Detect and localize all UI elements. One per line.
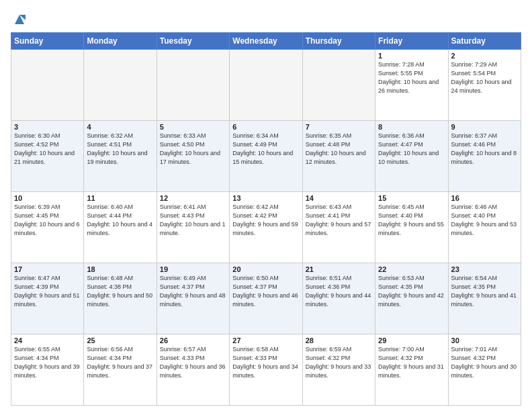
day-number: 20 <box>232 265 299 273</box>
calendar-week-row: 10Sunrise: 6:39 AM Sunset: 4:45 PM Dayli… <box>11 192 521 263</box>
day-number: 21 <box>306 265 372 273</box>
day-number: 14 <box>306 194 372 202</box>
calendar-cell: 7Sunrise: 6:35 AM Sunset: 4:48 PM Daylig… <box>302 121 375 192</box>
calendar-cell <box>11 50 84 121</box>
weekday-header: Wednesday <box>230 33 302 50</box>
page: SundayMondayTuesdayWednesdayThursdayFrid… <box>0 0 532 411</box>
day-number: 16 <box>451 194 518 202</box>
calendar-cell: 26Sunrise: 6:57 AM Sunset: 4:33 PM Dayli… <box>157 334 229 406</box>
calendar-cell: 20Sunrise: 6:50 AM Sunset: 4:37 PM Dayli… <box>230 263 302 334</box>
calendar-cell: 6Sunrise: 6:34 AM Sunset: 4:49 PM Daylig… <box>230 121 302 192</box>
calendar-cell: 29Sunrise: 7:00 AM Sunset: 4:32 PM Dayli… <box>375 334 448 406</box>
day-info: Sunrise: 6:59 AM Sunset: 4:32 PM Dayligh… <box>306 345 372 380</box>
logo <box>11 13 27 28</box>
day-number: 18 <box>87 265 153 273</box>
calendar-cell: 18Sunrise: 6:48 AM Sunset: 4:38 PM Dayli… <box>84 263 157 334</box>
day-number: 5 <box>160 123 226 131</box>
calendar-cell: 27Sunrise: 6:58 AM Sunset: 4:33 PM Dayli… <box>230 334 302 406</box>
day-info: Sunrise: 7:28 AM Sunset: 5:55 PM Dayligh… <box>378 60 445 95</box>
day-number: 12 <box>160 194 226 202</box>
calendar-cell: 25Sunrise: 6:56 AM Sunset: 4:34 PM Dayli… <box>84 334 157 406</box>
day-info: Sunrise: 6:54 AM Sunset: 4:35 PM Dayligh… <box>451 274 518 309</box>
day-number: 3 <box>14 123 81 131</box>
calendar-cell: 2Sunrise: 7:29 AM Sunset: 5:54 PM Daylig… <box>448 50 521 121</box>
day-number: 15 <box>378 194 445 202</box>
day-info: Sunrise: 6:42 AM Sunset: 4:42 PM Dayligh… <box>232 203 299 238</box>
calendar-week-row: 1Sunrise: 7:28 AM Sunset: 5:55 PM Daylig… <box>11 50 521 121</box>
day-number: 19 <box>160 265 226 273</box>
weekday-header: Friday <box>375 33 448 50</box>
calendar-cell: 30Sunrise: 7:01 AM Sunset: 4:32 PM Dayli… <box>448 334 521 406</box>
calendar-cell: 10Sunrise: 6:39 AM Sunset: 4:45 PM Dayli… <box>11 192 84 263</box>
day-info: Sunrise: 6:39 AM Sunset: 4:45 PM Dayligh… <box>14 203 81 238</box>
calendar-cell: 9Sunrise: 6:37 AM Sunset: 4:46 PM Daylig… <box>448 121 521 192</box>
day-number: 4 <box>87 123 153 131</box>
calendar-cell: 15Sunrise: 6:45 AM Sunset: 4:40 PM Dayli… <box>375 192 448 263</box>
day-number: 6 <box>232 123 299 131</box>
day-info: Sunrise: 6:30 AM Sunset: 4:52 PM Dayligh… <box>14 132 81 167</box>
day-number: 10 <box>14 194 81 202</box>
day-info: Sunrise: 6:57 AM Sunset: 4:33 PM Dayligh… <box>160 345 226 380</box>
day-number: 11 <box>87 194 153 202</box>
day-number: 24 <box>14 336 81 345</box>
calendar-cell: 23Sunrise: 6:54 AM Sunset: 4:35 PM Dayli… <box>448 263 521 334</box>
calendar-cell: 19Sunrise: 6:49 AM Sunset: 4:37 PM Dayli… <box>157 263 229 334</box>
calendar-cell <box>84 50 157 121</box>
day-info: Sunrise: 6:51 AM Sunset: 4:36 PM Dayligh… <box>306 274 372 309</box>
calendar-week-row: 24Sunrise: 6:55 AM Sunset: 4:34 PM Dayli… <box>11 334 521 406</box>
day-info: Sunrise: 7:29 AM Sunset: 5:54 PM Dayligh… <box>451 60 518 95</box>
day-info: Sunrise: 6:32 AM Sunset: 4:51 PM Dayligh… <box>87 132 153 167</box>
calendar-cell: 4Sunrise: 6:32 AM Sunset: 4:51 PM Daylig… <box>84 121 157 192</box>
calendar-cell: 22Sunrise: 6:53 AM Sunset: 4:35 PM Dayli… <box>375 263 448 334</box>
calendar-cell: 11Sunrise: 6:40 AM Sunset: 4:44 PM Dayli… <box>84 192 157 263</box>
calendar-week-row: 3Sunrise: 6:30 AM Sunset: 4:52 PM Daylig… <box>11 121 521 192</box>
day-info: Sunrise: 6:46 AM Sunset: 4:40 PM Dayligh… <box>451 203 518 238</box>
day-info: Sunrise: 6:58 AM Sunset: 4:33 PM Dayligh… <box>232 345 299 380</box>
day-number: 27 <box>232 336 299 345</box>
day-number: 17 <box>14 265 81 273</box>
day-number: 2 <box>451 52 518 60</box>
weekday-header: Thursday <box>302 33 375 50</box>
day-number: 23 <box>451 265 518 273</box>
header <box>11 11 521 28</box>
calendar-cell: 13Sunrise: 6:42 AM Sunset: 4:42 PM Dayli… <box>230 192 302 263</box>
calendar-week-row: 17Sunrise: 6:47 AM Sunset: 4:39 PM Dayli… <box>11 263 521 334</box>
day-info: Sunrise: 6:53 AM Sunset: 4:35 PM Dayligh… <box>378 274 445 309</box>
calendar-cell: 12Sunrise: 6:41 AM Sunset: 4:43 PM Dayli… <box>157 192 229 263</box>
day-number: 30 <box>451 336 518 345</box>
weekday-header: Sunday <box>11 33 84 50</box>
calendar-cell <box>157 50 229 121</box>
weekday-header: Saturday <box>448 33 521 50</box>
logo-icon <box>12 12 27 27</box>
calendar-cell: 28Sunrise: 6:59 AM Sunset: 4:32 PM Dayli… <box>302 334 375 406</box>
day-info: Sunrise: 6:50 AM Sunset: 4:37 PM Dayligh… <box>232 274 299 309</box>
calendar-cell: 16Sunrise: 6:46 AM Sunset: 4:40 PM Dayli… <box>448 192 521 263</box>
calendar-cell: 17Sunrise: 6:47 AM Sunset: 4:39 PM Dayli… <box>11 263 84 334</box>
calendar-cell: 21Sunrise: 6:51 AM Sunset: 4:36 PM Dayli… <box>302 263 375 334</box>
calendar-cell: 14Sunrise: 6:43 AM Sunset: 4:41 PM Dayli… <box>302 192 375 263</box>
calendar-table: SundayMondayTuesdayWednesdayThursdayFrid… <box>11 32 521 406</box>
day-number: 28 <box>306 336 372 345</box>
day-info: Sunrise: 6:35 AM Sunset: 4:48 PM Dayligh… <box>306 132 372 167</box>
calendar-cell: 8Sunrise: 6:36 AM Sunset: 4:47 PM Daylig… <box>375 121 448 192</box>
day-info: Sunrise: 6:33 AM Sunset: 4:50 PM Dayligh… <box>160 132 226 167</box>
calendar-header-row: SundayMondayTuesdayWednesdayThursdayFrid… <box>11 33 521 50</box>
day-info: Sunrise: 6:36 AM Sunset: 4:47 PM Dayligh… <box>378 132 445 167</box>
day-info: Sunrise: 6:43 AM Sunset: 4:41 PM Dayligh… <box>306 203 372 238</box>
day-info: Sunrise: 7:00 AM Sunset: 4:32 PM Dayligh… <box>378 345 445 380</box>
day-number: 13 <box>232 194 299 202</box>
day-number: 8 <box>378 123 445 131</box>
day-info: Sunrise: 6:40 AM Sunset: 4:44 PM Dayligh… <box>87 203 153 238</box>
day-info: Sunrise: 6:41 AM Sunset: 4:43 PM Dayligh… <box>160 203 226 238</box>
calendar-cell: 24Sunrise: 6:55 AM Sunset: 4:34 PM Dayli… <box>11 334 84 406</box>
day-info: Sunrise: 6:45 AM Sunset: 4:40 PM Dayligh… <box>378 203 445 238</box>
calendar-cell: 1Sunrise: 7:28 AM Sunset: 5:55 PM Daylig… <box>375 50 448 121</box>
day-number: 9 <box>451 123 518 131</box>
day-number: 26 <box>160 336 226 345</box>
day-info: Sunrise: 6:47 AM Sunset: 4:39 PM Dayligh… <box>14 274 81 309</box>
day-info: Sunrise: 6:55 AM Sunset: 4:34 PM Dayligh… <box>14 345 81 380</box>
weekday-header: Tuesday <box>157 33 229 50</box>
weekday-header: Monday <box>84 33 157 50</box>
day-info: Sunrise: 6:37 AM Sunset: 4:46 PM Dayligh… <box>451 132 518 167</box>
calendar-cell <box>230 50 302 121</box>
